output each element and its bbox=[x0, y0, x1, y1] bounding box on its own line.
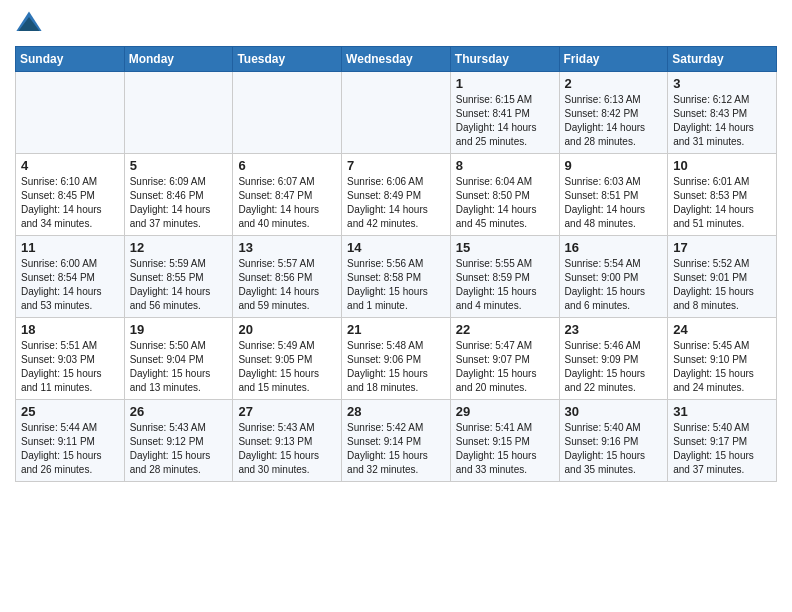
calendar-day-3: 3Sunrise: 6:12 AM Sunset: 8:43 PM Daylig… bbox=[668, 72, 777, 154]
calendar-day-20: 20Sunrise: 5:49 AM Sunset: 9:05 PM Dayli… bbox=[233, 318, 342, 400]
day-info: Sunrise: 5:40 AM Sunset: 9:16 PM Dayligh… bbox=[565, 421, 663, 477]
day-number: 31 bbox=[673, 404, 771, 419]
day-number: 6 bbox=[238, 158, 336, 173]
calendar-day-28: 28Sunrise: 5:42 AM Sunset: 9:14 PM Dayli… bbox=[342, 400, 451, 482]
day-info: Sunrise: 5:43 AM Sunset: 9:13 PM Dayligh… bbox=[238, 421, 336, 477]
calendar-day-27: 27Sunrise: 5:43 AM Sunset: 9:13 PM Dayli… bbox=[233, 400, 342, 482]
calendar-day-22: 22Sunrise: 5:47 AM Sunset: 9:07 PM Dayli… bbox=[450, 318, 559, 400]
calendar-week-row: 25Sunrise: 5:44 AM Sunset: 9:11 PM Dayli… bbox=[16, 400, 777, 482]
day-number: 18 bbox=[21, 322, 119, 337]
calendar-header-saturday: Saturday bbox=[668, 47, 777, 72]
calendar-day-8: 8Sunrise: 6:04 AM Sunset: 8:50 PM Daylig… bbox=[450, 154, 559, 236]
calendar: SundayMondayTuesdayWednesdayThursdayFrid… bbox=[15, 46, 777, 482]
calendar-day-21: 21Sunrise: 5:48 AM Sunset: 9:06 PM Dayli… bbox=[342, 318, 451, 400]
calendar-day-6: 6Sunrise: 6:07 AM Sunset: 8:47 PM Daylig… bbox=[233, 154, 342, 236]
day-number: 17 bbox=[673, 240, 771, 255]
day-number: 27 bbox=[238, 404, 336, 419]
day-info: Sunrise: 5:54 AM Sunset: 9:00 PM Dayligh… bbox=[565, 257, 663, 313]
calendar-header-friday: Friday bbox=[559, 47, 668, 72]
calendar-day-10: 10Sunrise: 6:01 AM Sunset: 8:53 PM Dayli… bbox=[668, 154, 777, 236]
calendar-header-monday: Monday bbox=[124, 47, 233, 72]
calendar-day-29: 29Sunrise: 5:41 AM Sunset: 9:15 PM Dayli… bbox=[450, 400, 559, 482]
day-number: 10 bbox=[673, 158, 771, 173]
day-info: Sunrise: 5:52 AM Sunset: 9:01 PM Dayligh… bbox=[673, 257, 771, 313]
day-info: Sunrise: 5:55 AM Sunset: 8:59 PM Dayligh… bbox=[456, 257, 554, 313]
empty-day bbox=[233, 72, 342, 154]
calendar-week-row: 4Sunrise: 6:10 AM Sunset: 8:45 PM Daylig… bbox=[16, 154, 777, 236]
day-info: Sunrise: 5:50 AM Sunset: 9:04 PM Dayligh… bbox=[130, 339, 228, 395]
day-number: 24 bbox=[673, 322, 771, 337]
day-info: Sunrise: 6:00 AM Sunset: 8:54 PM Dayligh… bbox=[21, 257, 119, 313]
day-info: Sunrise: 5:57 AM Sunset: 8:56 PM Dayligh… bbox=[238, 257, 336, 313]
day-number: 7 bbox=[347, 158, 445, 173]
day-number: 23 bbox=[565, 322, 663, 337]
calendar-day-14: 14Sunrise: 5:56 AM Sunset: 8:58 PM Dayli… bbox=[342, 236, 451, 318]
calendar-day-2: 2Sunrise: 6:13 AM Sunset: 8:42 PM Daylig… bbox=[559, 72, 668, 154]
calendar-day-17: 17Sunrise: 5:52 AM Sunset: 9:01 PM Dayli… bbox=[668, 236, 777, 318]
day-number: 29 bbox=[456, 404, 554, 419]
day-number: 25 bbox=[21, 404, 119, 419]
calendar-day-11: 11Sunrise: 6:00 AM Sunset: 8:54 PM Dayli… bbox=[16, 236, 125, 318]
day-number: 30 bbox=[565, 404, 663, 419]
page-header bbox=[15, 10, 777, 38]
day-info: Sunrise: 6:06 AM Sunset: 8:49 PM Dayligh… bbox=[347, 175, 445, 231]
day-info: Sunrise: 5:44 AM Sunset: 9:11 PM Dayligh… bbox=[21, 421, 119, 477]
logo-icon bbox=[15, 10, 43, 38]
day-info: Sunrise: 5:42 AM Sunset: 9:14 PM Dayligh… bbox=[347, 421, 445, 477]
day-number: 19 bbox=[130, 322, 228, 337]
day-info: Sunrise: 5:43 AM Sunset: 9:12 PM Dayligh… bbox=[130, 421, 228, 477]
day-info: Sunrise: 6:12 AM Sunset: 8:43 PM Dayligh… bbox=[673, 93, 771, 149]
calendar-day-23: 23Sunrise: 5:46 AM Sunset: 9:09 PM Dayli… bbox=[559, 318, 668, 400]
day-number: 8 bbox=[456, 158, 554, 173]
day-info: Sunrise: 5:48 AM Sunset: 9:06 PM Dayligh… bbox=[347, 339, 445, 395]
day-number: 5 bbox=[130, 158, 228, 173]
day-info: Sunrise: 5:59 AM Sunset: 8:55 PM Dayligh… bbox=[130, 257, 228, 313]
day-info: Sunrise: 5:49 AM Sunset: 9:05 PM Dayligh… bbox=[238, 339, 336, 395]
calendar-day-7: 7Sunrise: 6:06 AM Sunset: 8:49 PM Daylig… bbox=[342, 154, 451, 236]
day-number: 20 bbox=[238, 322, 336, 337]
day-info: Sunrise: 5:56 AM Sunset: 8:58 PM Dayligh… bbox=[347, 257, 445, 313]
day-number: 26 bbox=[130, 404, 228, 419]
calendar-day-4: 4Sunrise: 6:10 AM Sunset: 8:45 PM Daylig… bbox=[16, 154, 125, 236]
day-number: 9 bbox=[565, 158, 663, 173]
calendar-day-16: 16Sunrise: 5:54 AM Sunset: 9:00 PM Dayli… bbox=[559, 236, 668, 318]
calendar-day-18: 18Sunrise: 5:51 AM Sunset: 9:03 PM Dayli… bbox=[16, 318, 125, 400]
calendar-day-9: 9Sunrise: 6:03 AM Sunset: 8:51 PM Daylig… bbox=[559, 154, 668, 236]
calendar-day-13: 13Sunrise: 5:57 AM Sunset: 8:56 PM Dayli… bbox=[233, 236, 342, 318]
calendar-day-1: 1Sunrise: 6:15 AM Sunset: 8:41 PM Daylig… bbox=[450, 72, 559, 154]
empty-day bbox=[124, 72, 233, 154]
day-info: Sunrise: 6:13 AM Sunset: 8:42 PM Dayligh… bbox=[565, 93, 663, 149]
day-number: 28 bbox=[347, 404, 445, 419]
day-number: 3 bbox=[673, 76, 771, 91]
day-number: 21 bbox=[347, 322, 445, 337]
day-info: Sunrise: 6:07 AM Sunset: 8:47 PM Dayligh… bbox=[238, 175, 336, 231]
day-number: 22 bbox=[456, 322, 554, 337]
calendar-day-19: 19Sunrise: 5:50 AM Sunset: 9:04 PM Dayli… bbox=[124, 318, 233, 400]
day-info: Sunrise: 5:40 AM Sunset: 9:17 PM Dayligh… bbox=[673, 421, 771, 477]
day-number: 12 bbox=[130, 240, 228, 255]
day-info: Sunrise: 5:46 AM Sunset: 9:09 PM Dayligh… bbox=[565, 339, 663, 395]
day-number: 11 bbox=[21, 240, 119, 255]
calendar-header-tuesday: Tuesday bbox=[233, 47, 342, 72]
calendar-day-5: 5Sunrise: 6:09 AM Sunset: 8:46 PM Daylig… bbox=[124, 154, 233, 236]
calendar-header-thursday: Thursday bbox=[450, 47, 559, 72]
day-info: Sunrise: 6:03 AM Sunset: 8:51 PM Dayligh… bbox=[565, 175, 663, 231]
day-info: Sunrise: 6:01 AM Sunset: 8:53 PM Dayligh… bbox=[673, 175, 771, 231]
empty-day bbox=[16, 72, 125, 154]
day-number: 14 bbox=[347, 240, 445, 255]
day-number: 4 bbox=[21, 158, 119, 173]
calendar-day-26: 26Sunrise: 5:43 AM Sunset: 9:12 PM Dayli… bbox=[124, 400, 233, 482]
calendar-header-row: SundayMondayTuesdayWednesdayThursdayFrid… bbox=[16, 47, 777, 72]
day-number: 2 bbox=[565, 76, 663, 91]
logo bbox=[15, 10, 47, 38]
calendar-header-wednesday: Wednesday bbox=[342, 47, 451, 72]
day-info: Sunrise: 5:41 AM Sunset: 9:15 PM Dayligh… bbox=[456, 421, 554, 477]
calendar-day-30: 30Sunrise: 5:40 AM Sunset: 9:16 PM Dayli… bbox=[559, 400, 668, 482]
empty-day bbox=[342, 72, 451, 154]
day-info: Sunrise: 5:51 AM Sunset: 9:03 PM Dayligh… bbox=[21, 339, 119, 395]
calendar-day-12: 12Sunrise: 5:59 AM Sunset: 8:55 PM Dayli… bbox=[124, 236, 233, 318]
day-info: Sunrise: 6:10 AM Sunset: 8:45 PM Dayligh… bbox=[21, 175, 119, 231]
day-number: 16 bbox=[565, 240, 663, 255]
day-number: 15 bbox=[456, 240, 554, 255]
calendar-header-sunday: Sunday bbox=[16, 47, 125, 72]
